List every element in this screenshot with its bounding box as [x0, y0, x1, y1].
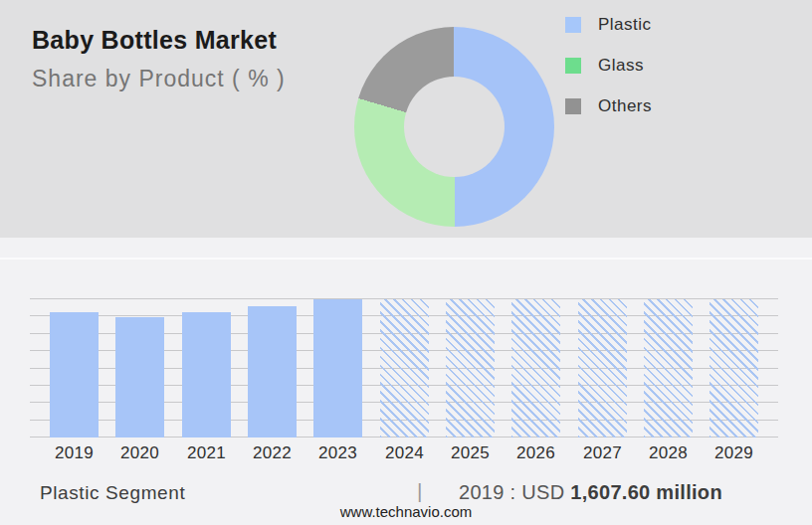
bar-2021: [182, 312, 231, 438]
legend-label-others: Others: [598, 96, 652, 116]
segment-label: Plastic Segment: [40, 482, 185, 504]
legend-swatch-plastic: [565, 17, 581, 33]
x-tick-label-2027: 2027: [570, 443, 636, 463]
bar-2026: [511, 299, 560, 438]
x-tick-label-2026: 2026: [504, 443, 569, 463]
x-tick-label-2024: 2024: [372, 443, 438, 463]
footer-value-amount: 1,607.60 million: [570, 481, 722, 503]
legend-item-plastic: Plastic: [565, 16, 652, 33]
title-block: Baby Bottles Market Share by Product ( %…: [32, 26, 286, 92]
bar-2027: [578, 299, 627, 438]
top-section: Baby Bottles Market Share by Product ( %…: [0, 0, 812, 238]
bar-2024: [380, 299, 429, 438]
footer-value-prefix: 2019 : USD: [459, 481, 564, 503]
x-tick-label-2029: 2029: [702, 443, 767, 463]
legend-swatch-glass: [565, 58, 581, 74]
bar-2028: [644, 299, 693, 438]
website-link: www.technavio.com: [0, 503, 812, 520]
x-tick-label-2021: 2021: [174, 443, 240, 463]
bar-2019: [50, 312, 99, 438]
bar-2029: [710, 299, 758, 438]
donut-legend: Plastic Glass Others: [565, 16, 652, 138]
legend-label-glass: Glass: [598, 56, 644, 76]
x-tick-label-2025: 2025: [438, 443, 504, 463]
bar-2020: [115, 317, 164, 438]
x-tick-label-2028: 2028: [636, 443, 702, 463]
donut-hole: [404, 77, 505, 177]
footer-value: 2019 : USD 1,607.60 million: [459, 481, 722, 504]
x-tick-label-2023: 2023: [305, 443, 371, 463]
bar-2023: [313, 299, 362, 438]
bar-2022: [248, 306, 297, 438]
bar-plot: 2019202020212022202320242025202620272028…: [30, 298, 778, 438]
x-tick-label-2022: 2022: [240, 443, 305, 463]
footer-separator: |: [417, 479, 422, 503]
legend-item-others: Others: [565, 97, 652, 114]
x-tick-label-2020: 2020: [107, 443, 173, 463]
section-divider: [0, 258, 812, 260]
bar-2025: [446, 299, 495, 438]
legend-item-glass: Glass: [565, 57, 652, 74]
infographic-canvas: Baby Bottles Market Share by Product ( %…: [0, 0, 812, 525]
legend-swatch-others: [565, 98, 581, 114]
page-subtitle: Share by Product ( % ): [32, 66, 286, 92]
page-title: Baby Bottles Market: [32, 26, 286, 55]
x-tick-label-2019: 2019: [42, 443, 107, 463]
donut-chart: [354, 27, 554, 227]
legend-label-plastic: Plastic: [598, 15, 652, 35]
